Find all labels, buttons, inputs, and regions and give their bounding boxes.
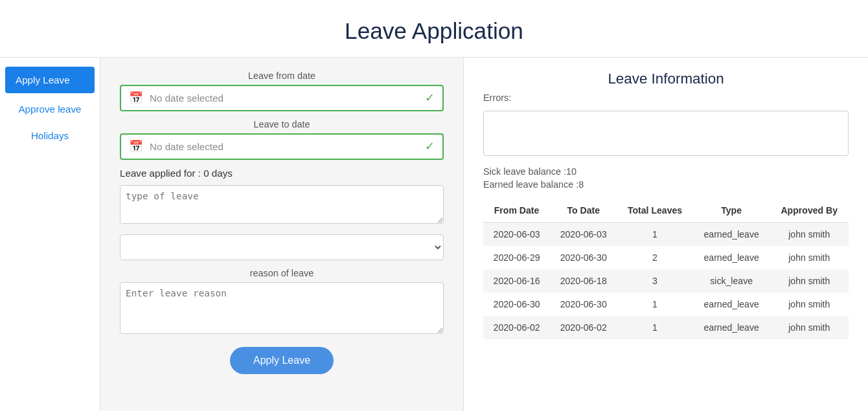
leave-reason-label: reason of leave (120, 268, 444, 278)
col-total-leaves: Total Leaves (617, 199, 692, 223)
errors-textarea[interactable] (483, 111, 849, 156)
sidebar-item-apply-leave[interactable]: Apply Leave (5, 67, 95, 93)
check-icon-from: ✓ (425, 91, 435, 105)
table-row: 2020-06-302020-06-301earned_leavejohn sm… (483, 293, 849, 316)
cell-total: 1 (617, 316, 692, 339)
sick-leave-balance: Sick leave balance :10 (483, 166, 849, 177)
leave-from-input[interactable]: 📅 No date selected ✓ (120, 85, 444, 111)
leave-to-input[interactable]: 📅 No date selected ✓ (120, 133, 444, 160)
leave-applied-text: Leave applied for : 0 days (120, 168, 444, 179)
col-from-date: From Date (483, 199, 550, 223)
cell-type: earned_leave (693, 246, 770, 269)
cell-to: 2020-06-03 (550, 223, 617, 247)
cell-from: 2020-06-02 (483, 316, 550, 339)
cell-approved_by: john smith (770, 293, 849, 316)
leave-to-placeholder: No date selected (150, 141, 425, 152)
leave-from-placeholder: No date selected (150, 93, 425, 104)
table-row: 2020-06-292020-06-302earned_leavejohn sm… (483, 246, 849, 269)
leave-type-textarea-group (120, 185, 444, 227)
earned-leave-balance: Earned leave balance :8 (483, 179, 849, 190)
cell-total: 2 (617, 246, 692, 269)
leave-table: From Date To Date Total Leaves Type Appr… (483, 199, 849, 339)
info-title: Leave Information (483, 71, 849, 87)
cell-approved_by: john smith (770, 269, 849, 293)
table-row: 2020-06-162020-06-183sick_leavejohn smit… (483, 269, 849, 293)
leave-reason-group: reason of leave (120, 268, 444, 337)
cell-from: 2020-06-29 (483, 246, 550, 269)
calendar-icon-to: 📅 (129, 140, 143, 153)
leave-type-textarea[interactable] (120, 185, 444, 224)
apply-leave-button[interactable]: Apply Leave (230, 347, 334, 374)
cell-to: 2020-06-18 (550, 269, 617, 293)
table-header-row: From Date To Date Total Leaves Type Appr… (483, 199, 849, 223)
sidebar: Apply Leave Approve leave Holidays (0, 58, 100, 411)
main-content: Leave from date 📅 No date selected ✓ Lea… (100, 58, 868, 411)
leave-reason-textarea[interactable] (120, 282, 444, 334)
leave-type-select[interactable]: Please select an option Sick Leave Earne… (120, 234, 444, 260)
cell-total: 1 (617, 293, 692, 316)
cell-to: 2020-06-30 (550, 246, 617, 269)
table-row: 2020-06-022020-06-021earned_leavejohn sm… (483, 316, 849, 339)
cell-type: sick_leave (693, 269, 770, 293)
leave-from-group: Leave from date 📅 No date selected ✓ (120, 71, 444, 111)
cell-type: earned_leave (693, 316, 770, 339)
cell-approved_by: john smith (770, 223, 849, 247)
cell-total: 3 (617, 269, 692, 293)
leave-from-label: Leave from date (120, 71, 444, 81)
page-title: Leave Application (0, 0, 868, 58)
cell-to: 2020-06-02 (550, 316, 617, 339)
sidebar-item-approve-leave[interactable]: Approve leave (0, 96, 100, 122)
info-panel: Leave Information Errors: Sick leave bal… (463, 58, 868, 411)
cell-from: 2020-06-30 (483, 293, 550, 316)
leave-type-select-group: Please select an option Sick Leave Earne… (120, 234, 444, 260)
leave-to-group: Leave to date 📅 No date selected ✓ (120, 119, 444, 160)
cell-approved_by: john smith (770, 316, 849, 339)
col-to-date: To Date (550, 199, 617, 223)
cell-approved_by: john smith (770, 246, 849, 269)
check-icon-to: ✓ (425, 140, 435, 153)
cell-from: 2020-06-16 (483, 269, 550, 293)
calendar-icon-from: 📅 (129, 91, 143, 105)
cell-type: earned_leave (693, 293, 770, 316)
leave-to-label: Leave to date (120, 119, 444, 129)
cell-from: 2020-06-03 (483, 223, 550, 247)
form-panel: Leave from date 📅 No date selected ✓ Lea… (100, 58, 463, 411)
col-approved-by: Approved By (770, 199, 849, 223)
col-type: Type (693, 199, 770, 223)
table-row: 2020-06-032020-06-031earned_leavejohn sm… (483, 223, 849, 247)
cell-total: 1 (617, 223, 692, 247)
errors-label: Errors: (483, 93, 849, 103)
sidebar-item-holidays[interactable]: Holidays (0, 122, 100, 149)
cell-type: earned_leave (693, 223, 770, 247)
cell-to: 2020-06-30 (550, 293, 617, 316)
